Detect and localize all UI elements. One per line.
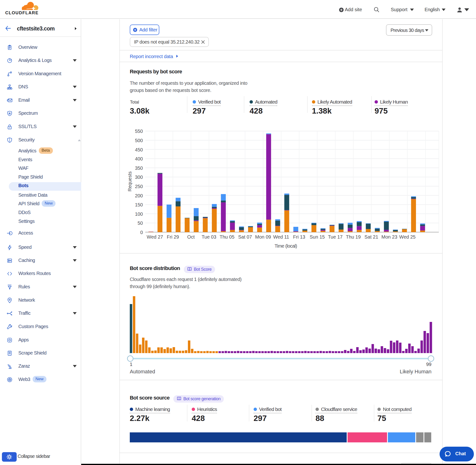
svg-text:150: 150 [135,202,143,207]
svg-text:Time (local): Time (local) [275,243,297,249]
svg-text:300: 300 [135,175,143,180]
svg-text:400: 400 [135,156,143,161]
svg-text:100: 100 [135,211,143,217]
svg-text:Sun 15: Sun 15 [310,234,325,240]
svg-text:550: 550 [135,128,143,134]
svg-text:350: 350 [135,166,143,171]
svg-text:1: 1 [130,362,132,367]
svg-text:Thu 05: Thu 05 [220,234,234,240]
svg-text:99: 99 [426,362,432,367]
svg-text:Likely Human: Likely Human [400,369,432,375]
svg-text:Sat 07: Sat 07 [238,234,252,240]
svg-text:Requests: Requests [127,171,132,192]
svg-text:Mon 09: Mon 09 [255,234,271,240]
svg-text:Tue 17: Tue 17 [328,234,343,240]
svg-text:50: 50 [138,221,143,226]
svg-text:Wed 11: Wed 11 [273,234,289,240]
svg-text:Automated: Automated [130,369,155,375]
svg-text:Fri 29: Fri 29 [167,234,179,240]
svg-text:200: 200 [135,193,143,198]
svg-text:250: 250 [135,184,143,189]
svg-text:Fri 13: Fri 13 [293,234,305,240]
svg-text:Wed 27: Wed 27 [147,234,163,240]
svg-text:Wed 25: Wed 25 [399,234,416,240]
svg-text:500: 500 [135,138,143,143]
svg-text:Thu 19: Thu 19 [346,234,361,240]
svg-text:Tue 03: Tue 03 [202,234,216,240]
svg-text:0: 0 [140,230,143,235]
svg-text:Oct: Oct [187,234,195,240]
svg-text:Sat 21: Sat 21 [364,234,378,240]
svg-text:450: 450 [135,147,143,152]
svg-text:Mon 23: Mon 23 [381,234,397,240]
